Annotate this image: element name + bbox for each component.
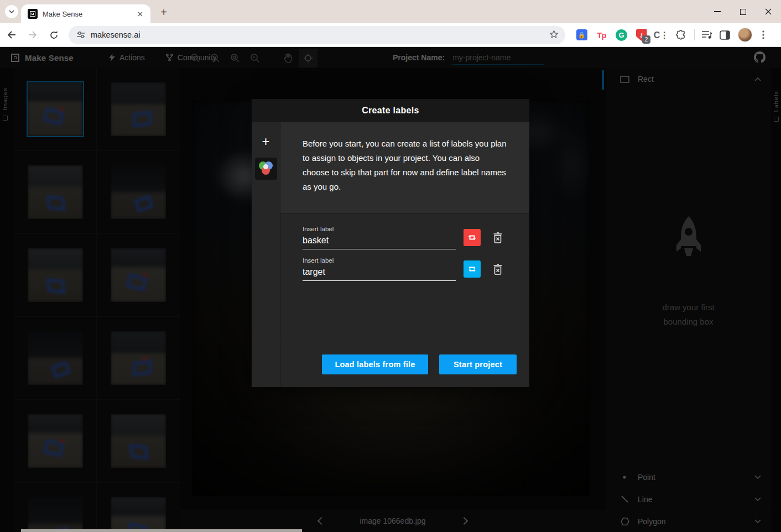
modal-footer: Load labels from file Start project xyxy=(280,341,529,387)
address-bar[interactable]: makesense.ai xyxy=(69,26,565,44)
label-row: Insert label xyxy=(303,226,503,249)
label-rows: Insert label Insert label xyxy=(280,213,529,341)
horizontal-scrollbar-thumb[interactable] xyxy=(21,529,302,532)
adguard-extension-icon[interactable]: ⚷ 2 xyxy=(634,28,649,43)
extension-icons: 🔒 Tp G ⚷ 2 C⋮ xyxy=(574,28,689,43)
load-labels-button[interactable]: Load labels from file xyxy=(322,354,428,374)
shuffle-color-button[interactable] xyxy=(464,260,481,278)
kebab-menu-icon[interactable] xyxy=(756,28,770,43)
privacy-shield-extension-icon[interactable]: 🔒 xyxy=(574,28,589,43)
maximize-button[interactable] xyxy=(730,0,756,23)
delete-label-icon[interactable] xyxy=(493,232,503,243)
url-text[interactable]: makesense.ai xyxy=(91,30,140,39)
modal-description: Before you start, you can create a list … xyxy=(280,122,529,213)
profile-avatar[interactable] xyxy=(738,28,752,42)
extensions-puzzle-icon[interactable] xyxy=(674,28,689,43)
label-input[interactable] xyxy=(303,234,456,249)
label-row: Insert label xyxy=(303,257,503,281)
site-info-icon[interactable] xyxy=(76,30,85,39)
new-tab-button[interactable]: + xyxy=(157,5,171,19)
grammarly-extension-icon[interactable]: G xyxy=(614,28,629,43)
browser-tab[interactable]: Make Sense xyxy=(21,4,150,23)
side-panel-icon[interactable] xyxy=(717,28,732,43)
tampermonkey-extension-icon[interactable]: Tp xyxy=(594,28,609,43)
minimize-button[interactable] xyxy=(705,0,730,23)
delete-label-icon[interactable] xyxy=(493,264,503,275)
tab-close-icon[interactable] xyxy=(135,9,145,19)
start-project-button[interactable]: Start project xyxy=(439,354,517,374)
window-controls xyxy=(705,0,781,23)
modal-title: Create labels xyxy=(252,99,529,122)
tab-search-button[interactable] xyxy=(5,5,18,18)
browser-window: Make Sense + makesense.ai xyxy=(0,0,781,532)
tab-title: Make Sense xyxy=(43,10,135,18)
shuffle-color-button[interactable] xyxy=(464,229,481,246)
back-icon[interactable] xyxy=(2,25,21,44)
extension-badge: 2 xyxy=(642,35,650,44)
color-palette-icon[interactable] xyxy=(255,158,277,180)
bookmark-star-icon[interactable] xyxy=(549,30,559,39)
close-button[interactable] xyxy=(756,0,781,23)
browser-toolbar: makesense.ai 🔒 Tp G ⚷ 2 C⋮ xyxy=(0,23,781,47)
add-label-button[interactable]: + xyxy=(258,133,274,150)
forward-icon[interactable] xyxy=(23,25,42,44)
label-input[interactable] xyxy=(303,266,456,281)
tab-strip: Make Sense + xyxy=(0,0,781,23)
insert-label-caption: Insert label xyxy=(303,226,456,232)
c-extension-icon[interactable]: C⋮ xyxy=(654,28,669,43)
media-playlist-icon[interactable] xyxy=(699,28,714,43)
makesense-favicon xyxy=(28,9,38,19)
modal-side-rail: + xyxy=(252,122,280,387)
toolbar-separator xyxy=(694,29,695,40)
insert-label-caption: Insert label xyxy=(303,257,456,264)
reload-icon[interactable] xyxy=(44,25,63,44)
create-labels-modal: Create labels + Before you start, you ca… xyxy=(252,99,529,387)
